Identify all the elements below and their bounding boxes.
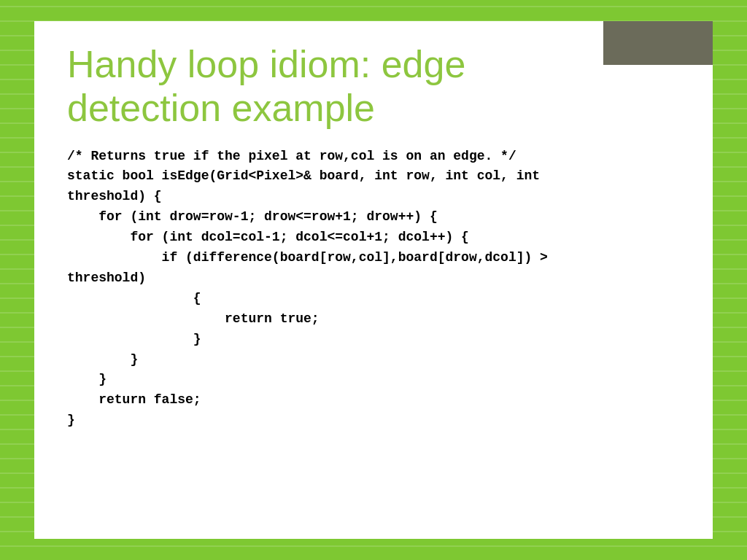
title-line1: Handy loop idiom: edge [67, 43, 465, 85]
slide: Handy loop idiom: edge detection example… [34, 21, 713, 539]
code-block: /* Returns true if the pixel at row,col … [67, 147, 680, 431]
corner-decoration [603, 21, 713, 65]
slide-title: Handy loop idiom: edge detection example [67, 43, 680, 131]
title-line2: detection example [67, 87, 375, 129]
